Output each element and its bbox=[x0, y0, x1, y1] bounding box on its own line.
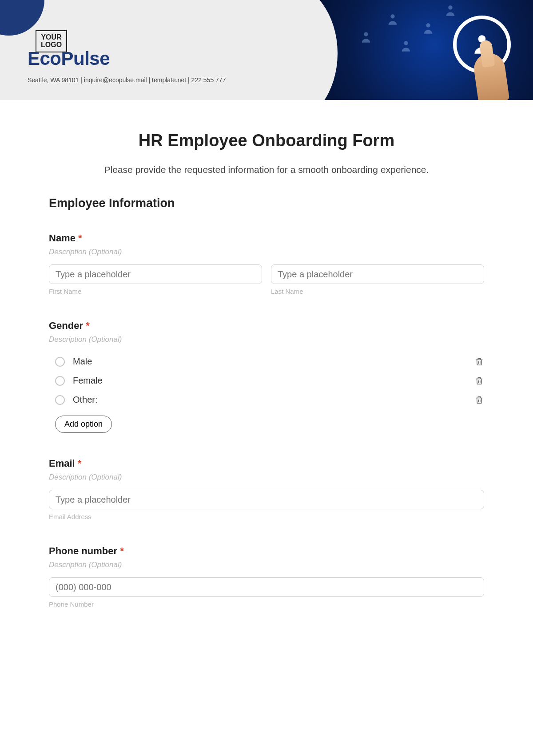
section-heading: Employee Information bbox=[49, 196, 484, 210]
required-mark: * bbox=[86, 320, 90, 331]
name-label-text: Name bbox=[49, 232, 76, 244]
field-phone: Phone number * Description (Optional) Ph… bbox=[49, 545, 484, 608]
required-mark: * bbox=[78, 232, 82, 244]
phone-description[interactable]: Description (Optional) bbox=[49, 560, 484, 569]
form-body: HR Employee Onboarding Form Please provi… bbox=[0, 100, 533, 630]
page-title: HR Employee Onboarding Form bbox=[49, 131, 484, 150]
svg-point-2 bbox=[404, 41, 408, 45]
svg-point-3 bbox=[426, 23, 430, 27]
hero-image bbox=[284, 0, 533, 100]
hero-curve bbox=[284, 0, 338, 100]
field-email: Email * Description (Optional) Email Add… bbox=[49, 458, 484, 520]
gender-option-female[interactable]: Female bbox=[49, 371, 484, 390]
gender-label: Gender * bbox=[49, 320, 484, 332]
email-input[interactable] bbox=[49, 490, 484, 509]
email-label: Email * bbox=[49, 458, 484, 469]
gender-option-label: Male bbox=[73, 356, 474, 367]
phone-input[interactable] bbox=[49, 577, 484, 597]
field-name: Name * Description (Optional) First Name… bbox=[49, 232, 484, 295]
svg-point-1 bbox=[390, 14, 394, 18]
gender-option-label: Female bbox=[73, 376, 474, 386]
svg-point-0 bbox=[364, 32, 368, 36]
name-description[interactable]: Description (Optional) bbox=[49, 248, 484, 256]
email-sublabel: Email Address bbox=[49, 513, 484, 520]
gender-option-other[interactable]: Other: bbox=[49, 390, 484, 409]
logo-line-1: YOUR bbox=[41, 34, 62, 41]
gender-label-text: Gender bbox=[49, 320, 83, 331]
last-name-input[interactable] bbox=[271, 264, 484, 284]
gender-option-male[interactable]: Male bbox=[49, 352, 484, 371]
trash-icon[interactable] bbox=[474, 376, 484, 386]
gender-description[interactable]: Description (Optional) bbox=[49, 335, 484, 344]
add-option-button[interactable]: Add option bbox=[55, 416, 112, 433]
first-name-sublabel: First Name bbox=[49, 288, 262, 295]
brand-name: EcoPulse bbox=[28, 48, 110, 69]
trash-icon[interactable] bbox=[474, 357, 484, 367]
radio-icon bbox=[55, 395, 65, 405]
email-description[interactable]: Description (Optional) bbox=[49, 473, 484, 482]
required-mark: * bbox=[78, 458, 82, 469]
phone-label: Phone number * bbox=[49, 545, 484, 557]
contact-line: Seattle, WA 98101 | inquire@ecopulse.mai… bbox=[28, 76, 226, 84]
first-name-input[interactable] bbox=[49, 264, 262, 284]
radio-icon bbox=[55, 376, 65, 386]
svg-point-4 bbox=[448, 5, 452, 9]
required-mark: * bbox=[120, 545, 124, 556]
email-label-text: Email bbox=[49, 458, 75, 469]
phone-sublabel: Phone Number bbox=[49, 600, 484, 608]
trash-icon[interactable] bbox=[474, 395, 484, 405]
gender-option-label: Other: bbox=[73, 395, 474, 405]
field-gender: Gender * Description (Optional) Male Fem… bbox=[49, 320, 484, 433]
name-label: Name * bbox=[49, 232, 484, 244]
phone-label-text: Phone number bbox=[49, 545, 117, 556]
radio-icon bbox=[55, 357, 65, 367]
page-header: YOUR LOGO EcoPulse Seattle, WA 98101 | i… bbox=[0, 0, 533, 100]
intro-text: Please provide the requested information… bbox=[49, 164, 484, 175]
last-name-sublabel: Last Name bbox=[271, 288, 484, 295]
